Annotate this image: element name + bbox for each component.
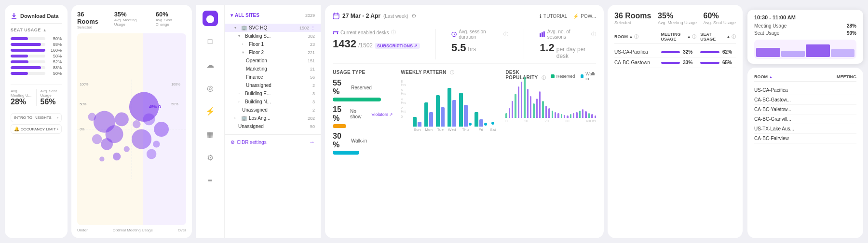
fri-bar-1 — [475, 112, 478, 127]
sidebar-icon-grid[interactable]: ▦ — [203, 127, 218, 142]
tree-item-marketing[interactable]: Marketing 21 — [225, 65, 321, 73]
avg-seat-label: Avg. Seat Usage — [704, 20, 736, 25]
meeting-metric: 32% — [661, 49, 697, 55]
desk-bar — [542, 101, 543, 118]
list-item[interactable]: US-TX-Lake Aus... — [754, 124, 856, 134]
usage-bar-fill — [11, 43, 41, 46]
desk-bar — [557, 113, 559, 118]
chevron-right-icon: › — [57, 127, 58, 131]
tree-item-finance[interactable]: Finance 56 — [225, 73, 321, 81]
weekly-bars: Sun Mon — [411, 80, 498, 132]
room-list-panel: ROOM ▲ MEETING US-CA-PacificaCA-BC-Gasto… — [747, 68, 863, 238]
th-meeting-usage[interactable]: MEETING USAGE ▲ ⓘ — [661, 32, 697, 42]
noshow-item: 15 % No show Violators ↗ — [333, 105, 393, 128]
list-item[interactable]: CA-BC-Fairview — [754, 134, 856, 143]
list-item[interactable]: CA-BC-Gastow... — [754, 95, 856, 105]
room-name: CA-BC-Gastow... — [754, 97, 856, 102]
info-icon: ⓘ — [542, 75, 546, 80]
desk-bar — [539, 91, 541, 118]
desk-bar — [509, 108, 510, 118]
avg-meeting-metric: Avg. Meeting U... 28% — [11, 89, 32, 106]
sidebar-icon-analytics[interactable]: ◎ — [203, 80, 218, 96]
tree-item-unassigned3[interactable]: Unassigned 50 — [225, 122, 321, 130]
violators-link[interactable]: Violators ↗ — [371, 112, 393, 117]
list-item[interactable]: CA-BC-Yaletow... — [754, 105, 856, 114]
seat-val: 65% — [722, 60, 736, 65]
tree-item-floor1[interactable]: › Floor 1 23 — [225, 40, 321, 48]
usage-bar-bg — [11, 49, 45, 52]
seat-label: Avg. Seat Change — [156, 18, 186, 27]
sidebar-icon-home[interactable]: ⬤ — [203, 11, 218, 26]
tree-item-unassigned2[interactable]: Unassigned 2 — [225, 106, 321, 114]
tree-item-svchq[interactable]: ▾ 🏢 SVC HQ 1502 ⋮ — [225, 24, 321, 32]
th-room[interactable]: ROOM ▲ ⓘ — [614, 32, 657, 42]
session-unit: hrs — [468, 46, 476, 53]
day-wed: Wed — [448, 88, 456, 132]
tree-item-operation[interactable]: Operation 151 — [225, 57, 321, 65]
table-rows: US-CA-Pacifica 32% 62% CA-BC-Gastown 33%… — [614, 47, 736, 68]
over-label: Over — [178, 228, 186, 232]
settings-icon[interactable]: ⚙ — [411, 13, 417, 19]
svg-point-13 — [115, 113, 129, 127]
tree-item-unassigned1[interactable]: Unassigned 2 — [225, 81, 321, 89]
day-mon: Mon — [424, 102, 433, 132]
tree-item-building-e[interactable]: › Building E... 3 — [225, 89, 321, 98]
usage-type-section: USAGE TYPE 55 % Reserved 15 % No show Vi… — [333, 70, 393, 230]
day-tue: Tue — [436, 95, 445, 132]
desk-bar — [545, 106, 547, 118]
desk-bar — [512, 101, 513, 118]
desk-bar — [588, 113, 590, 118]
sessions-value: 1.2 — [540, 42, 555, 54]
cidr-settings-link[interactable]: ⚙ CIDR settings → — [225, 134, 321, 149]
intro-insights-btn[interactable]: INTRO TO INSIGHTS › — [11, 113, 62, 122]
clock-icon — [451, 31, 457, 37]
sidebar-icon-list[interactable]: □ — [203, 34, 218, 49]
tree-item-losangeles[interactable]: › 🏢 Los Ang... 202 — [225, 114, 321, 122]
right-second-panel: 10:30 - 11:00 AM Meeting Usage 28% Seat … — [747, 5, 863, 238]
rooms-count: 36 Rooms — [614, 12, 651, 20]
desks-sub: /1502 — [358, 42, 373, 49]
main-header: 27 Mar - 2 Apr (Last week) ⚙ ℹ TUTORIAL … — [333, 13, 596, 19]
tue-bar-2 — [441, 107, 445, 127]
sidebar-icon-cloud[interactable]: ☁ — [203, 57, 218, 72]
desk-bar — [585, 111, 586, 118]
bubble-header: 36 Rooms Selected 35% Avg. Meeting Usage… — [77, 11, 186, 29]
bubble-chart: 100% 50% 0% 100% 50% 45% O — [77, 33, 186, 225]
left-panel: Download Data SEAT USAGE ▲ 50% 88% 160% … — [5, 5, 68, 238]
time-tooltip-panel: 10:30 - 11:00 AM Meeting Usage 28% Seat … — [747, 10, 863, 64]
download-data-section[interactable]: Download Data — [11, 13, 62, 24]
room-list-header: ROOM ▲ MEETING — [754, 74, 856, 82]
sidebar-icon-bolt[interactable]: ⚡ — [203, 103, 218, 119]
room-list-th-meeting[interactable]: MEETING — [837, 74, 856, 79]
tutorial-btn[interactable]: ℹ TUTORIAL — [540, 14, 567, 19]
list-item[interactable]: CA-BC-Granvill... — [754, 114, 856, 124]
weekly-pattern-title: WEEKLY PATTERN ⓘ — [401, 70, 498, 76]
mini-bar-4 — [831, 49, 855, 57]
info-icon: ⓘ — [634, 34, 638, 40]
power-btn[interactable]: ⚡ POW... — [573, 14, 596, 19]
subscriptions-badge[interactable]: SUBSCRIPTIONS ↗ — [375, 43, 420, 49]
room-name: US-CA-Pacifica — [614, 49, 657, 55]
desk-bar — [548, 108, 550, 118]
day-sat: Sat — [490, 122, 496, 132]
desk-bar — [573, 113, 574, 118]
occupancy-limit-btn[interactable]: 🔔 OCCUPANCY LIMIT › — [11, 124, 62, 134]
desk-bar — [552, 111, 553, 118]
usage-bar-row: 50% — [11, 71, 62, 76]
tree-item-building-n[interactable]: › Building N... 3 — [225, 98, 321, 106]
all-sites-label[interactable]: ▾ ALL SITES — [231, 13, 259, 18]
tree-item-floor2[interactable]: ▾ Floor 2 221 — [225, 48, 321, 57]
sidebar-icon-menu[interactable]: ≡ — [203, 173, 218, 188]
th-seat-usage[interactable]: SEAT USAGE ▲ ⓘ — [700, 32, 736, 42]
meeting-label: Avg. Meeting Usage — [114, 18, 148, 27]
room-name: CA-BC-Gastown — [614, 60, 657, 65]
tree-item-building-s[interactable]: ▾ Building S... 302 — [225, 32, 321, 40]
meeting-bar — [661, 51, 680, 53]
list-item[interactable]: US-CA-Pacifica — [754, 86, 856, 95]
desk-bar — [521, 82, 522, 118]
mini-bar-1 — [756, 48, 780, 57]
mon-bars — [424, 102, 433, 127]
svg-point-12 — [92, 134, 102, 144]
room-list-th-room[interactable]: ROOM ▲ — [754, 74, 773, 79]
sidebar-icon-settings[interactable]: ⚙ — [203, 150, 218, 165]
